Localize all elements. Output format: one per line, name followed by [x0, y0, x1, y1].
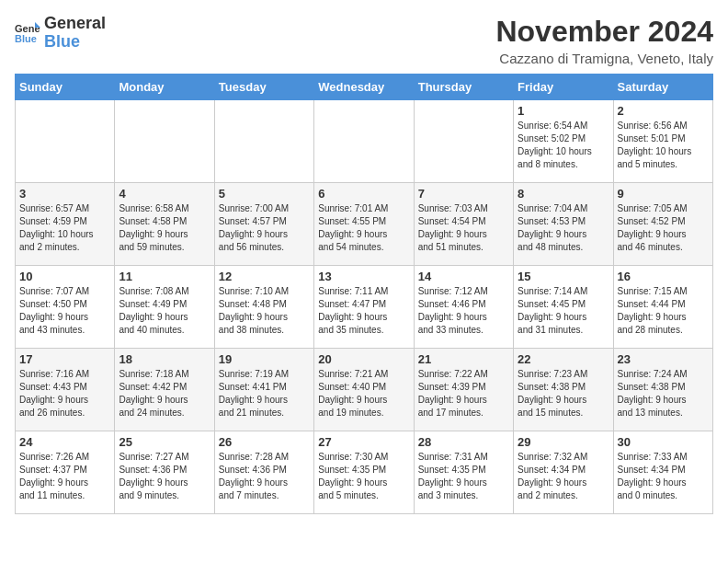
title-area: November 2024 Cazzano di Tramigna, Venet…	[495, 15, 713, 66]
day-info: Sunrise: 7:32 AM Sunset: 4:34 PM Dayligh…	[518, 451, 609, 502]
day-number: 29	[518, 435, 609, 449]
day-number: 18	[119, 352, 210, 366]
calendar-cell: 18Sunrise: 7:18 AM Sunset: 4:42 PM Dayli…	[115, 349, 214, 431]
day-info: Sunrise: 7:15 AM Sunset: 4:44 PM Dayligh…	[618, 285, 709, 337]
calendar-cell: 24Sunrise: 7:26 AM Sunset: 4:37 PM Dayli…	[16, 431, 115, 514]
day-number: 20	[318, 352, 409, 366]
calendar-cell: 23Sunrise: 7:24 AM Sunset: 4:38 PM Dayli…	[613, 349, 712, 431]
day-number: 5	[219, 187, 310, 201]
day-number: 1	[518, 104, 609, 118]
calendar-cell: 13Sunrise: 7:11 AM Sunset: 4:47 PM Dayli…	[314, 266, 414, 349]
day-info: Sunrise: 7:28 AM Sunset: 4:36 PM Dayligh…	[219, 451, 310, 502]
day-number: 30	[618, 435, 709, 449]
day-number: 3	[19, 187, 110, 201]
calendar-cell: 30Sunrise: 7:33 AM Sunset: 4:34 PM Dayli…	[613, 431, 712, 514]
svg-text:Blue: Blue	[15, 33, 37, 44]
calendar-cell: 5Sunrise: 7:00 AM Sunset: 4:57 PM Daylig…	[214, 183, 313, 266]
calendar-cell	[314, 100, 414, 183]
calendar-week-2: 10Sunrise: 7:07 AM Sunset: 4:50 PM Dayli…	[16, 266, 713, 349]
calendar-cell: 16Sunrise: 7:15 AM Sunset: 4:44 PM Dayli…	[613, 266, 712, 349]
calendar-cell: 19Sunrise: 7:19 AM Sunset: 4:41 PM Dayli…	[214, 349, 313, 431]
day-number: 14	[418, 270, 509, 283]
logo: General Blue General Blue	[15, 15, 106, 52]
calendar-cell: 22Sunrise: 7:23 AM Sunset: 4:38 PM Dayli…	[514, 349, 613, 431]
day-number: 27	[318, 435, 409, 449]
calendar-cell: 11Sunrise: 7:08 AM Sunset: 4:49 PM Dayli…	[115, 266, 214, 349]
day-number: 15	[518, 270, 609, 283]
calendar-cell: 9Sunrise: 7:05 AM Sunset: 4:52 PM Daylig…	[613, 183, 712, 266]
day-number: 22	[518, 352, 609, 366]
day-info: Sunrise: 6:58 AM Sunset: 4:58 PM Dayligh…	[119, 202, 210, 254]
logo-text: General Blue	[44, 15, 106, 52]
calendar-cell: 14Sunrise: 7:12 AM Sunset: 4:46 PM Dayli…	[414, 266, 513, 349]
day-info: Sunrise: 7:22 AM Sunset: 4:39 PM Dayligh…	[418, 368, 509, 419]
weekday-header-friday: Friday	[514, 75, 613, 100]
day-number: 21	[418, 352, 509, 366]
calendar-week-0: 1Sunrise: 6:54 AM Sunset: 5:02 PM Daylig…	[16, 100, 713, 183]
calendar-cell: 15Sunrise: 7:14 AM Sunset: 4:45 PM Dayli…	[514, 266, 613, 349]
calendar-week-3: 17Sunrise: 7:16 AM Sunset: 4:43 PM Dayli…	[16, 349, 713, 431]
calendar-cell: 4Sunrise: 6:58 AM Sunset: 4:58 PM Daylig…	[115, 183, 214, 266]
calendar-cell: 17Sunrise: 7:16 AM Sunset: 4:43 PM Dayli…	[16, 349, 115, 431]
day-info: Sunrise: 6:57 AM Sunset: 4:59 PM Dayligh…	[19, 202, 110, 254]
calendar-header: SundayMondayTuesdayWednesdayThursdayFrid…	[16, 75, 713, 100]
day-info: Sunrise: 7:12 AM Sunset: 4:46 PM Dayligh…	[418, 285, 509, 337]
day-number: 25	[119, 435, 210, 449]
day-info: Sunrise: 7:21 AM Sunset: 4:40 PM Dayligh…	[318, 368, 409, 419]
day-number: 16	[618, 270, 709, 283]
day-info: Sunrise: 7:01 AM Sunset: 4:55 PM Dayligh…	[318, 202, 409, 254]
calendar-body: 1Sunrise: 6:54 AM Sunset: 5:02 PM Daylig…	[16, 100, 713, 514]
day-number: 10	[19, 270, 110, 283]
day-number: 9	[618, 187, 709, 201]
calendar-cell	[16, 100, 115, 183]
weekday-header-monday: Monday	[115, 75, 214, 100]
calendar-cell: 7Sunrise: 7:03 AM Sunset: 4:54 PM Daylig…	[414, 183, 513, 266]
day-number: 11	[119, 270, 210, 283]
calendar-cell: 25Sunrise: 7:27 AM Sunset: 4:36 PM Dayli…	[115, 431, 214, 514]
calendar-cell: 8Sunrise: 7:04 AM Sunset: 4:53 PM Daylig…	[514, 183, 613, 266]
day-number: 8	[518, 187, 609, 201]
day-info: Sunrise: 7:00 AM Sunset: 4:57 PM Dayligh…	[219, 202, 310, 254]
day-info: Sunrise: 7:24 AM Sunset: 4:38 PM Dayligh…	[618, 368, 709, 419]
day-info: Sunrise: 6:56 AM Sunset: 5:01 PM Dayligh…	[618, 120, 709, 171]
weekday-header-sunday: Sunday	[16, 75, 115, 100]
day-number: 13	[318, 270, 409, 283]
calendar-cell: 3Sunrise: 6:57 AM Sunset: 4:59 PM Daylig…	[16, 183, 115, 266]
day-number: 26	[219, 435, 310, 449]
day-info: Sunrise: 7:23 AM Sunset: 4:38 PM Dayligh…	[518, 368, 609, 419]
day-info: Sunrise: 7:19 AM Sunset: 4:41 PM Dayligh…	[219, 368, 310, 419]
weekday-header-thursday: Thursday	[414, 75, 513, 100]
calendar-cell: 6Sunrise: 7:01 AM Sunset: 4:55 PM Daylig…	[314, 183, 414, 266]
day-number: 2	[618, 104, 709, 118]
day-info: Sunrise: 7:03 AM Sunset: 4:54 PM Dayligh…	[418, 202, 509, 254]
calendar-week-4: 24Sunrise: 7:26 AM Sunset: 4:37 PM Dayli…	[16, 431, 713, 514]
day-number: 19	[219, 352, 310, 366]
calendar-cell: 12Sunrise: 7:10 AM Sunset: 4:48 PM Dayli…	[214, 266, 313, 349]
calendar-cell	[214, 100, 313, 183]
day-number: 12	[219, 270, 310, 283]
logo-icon: General Blue	[15, 20, 40, 46]
weekday-header-wednesday: Wednesday	[314, 75, 414, 100]
day-info: Sunrise: 7:05 AM Sunset: 4:52 PM Dayligh…	[618, 202, 709, 254]
day-info: Sunrise: 7:04 AM Sunset: 4:53 PM Dayligh…	[518, 202, 609, 254]
header: General Blue General Blue November 2024 …	[15, 15, 713, 66]
calendar-cell: 29Sunrise: 7:32 AM Sunset: 4:34 PM Dayli…	[514, 431, 613, 514]
day-info: Sunrise: 7:18 AM Sunset: 4:42 PM Dayligh…	[119, 368, 210, 419]
day-info: Sunrise: 7:33 AM Sunset: 4:34 PM Dayligh…	[618, 451, 709, 502]
calendar-cell	[414, 100, 513, 183]
calendar-cell	[115, 100, 214, 183]
day-info: Sunrise: 7:08 AM Sunset: 4:49 PM Dayligh…	[119, 285, 210, 337]
day-info: Sunrise: 7:27 AM Sunset: 4:36 PM Dayligh…	[119, 451, 210, 502]
weekday-header-tuesday: Tuesday	[214, 75, 313, 100]
day-info: Sunrise: 6:54 AM Sunset: 5:02 PM Dayligh…	[518, 120, 609, 171]
day-info: Sunrise: 7:16 AM Sunset: 4:43 PM Dayligh…	[19, 368, 110, 419]
weekday-header-saturday: Saturday	[613, 75, 712, 100]
day-info: Sunrise: 7:31 AM Sunset: 4:35 PM Dayligh…	[418, 451, 509, 502]
day-info: Sunrise: 7:10 AM Sunset: 4:48 PM Dayligh…	[219, 285, 310, 337]
calendar-cell: 1Sunrise: 6:54 AM Sunset: 5:02 PM Daylig…	[514, 100, 613, 183]
weekday-row: SundayMondayTuesdayWednesdayThursdayFrid…	[16, 75, 713, 100]
day-info: Sunrise: 7:30 AM Sunset: 4:35 PM Dayligh…	[318, 451, 409, 502]
day-info: Sunrise: 7:07 AM Sunset: 4:50 PM Dayligh…	[19, 285, 110, 337]
day-number: 7	[418, 187, 509, 201]
day-info: Sunrise: 7:11 AM Sunset: 4:47 PM Dayligh…	[318, 285, 409, 337]
